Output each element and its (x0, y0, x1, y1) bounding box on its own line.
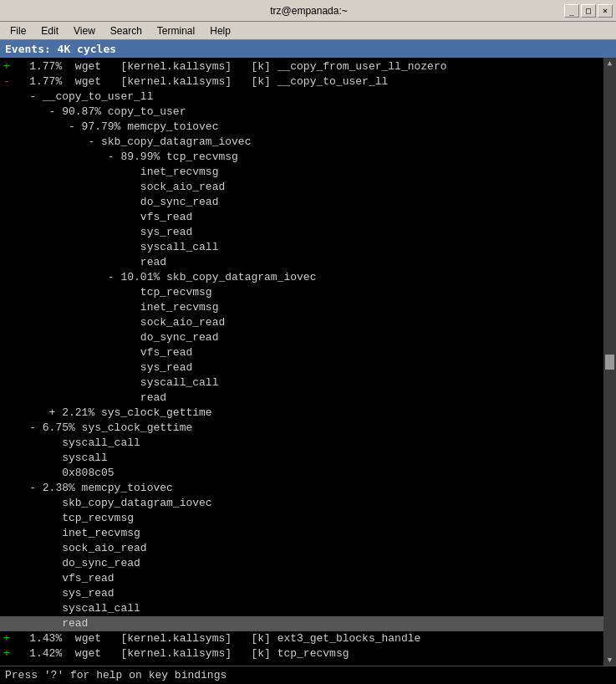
line-item: - 1.77% wget [kernel.kallsyms] [k] __cop… (0, 74, 603, 89)
menu-item-edit[interactable]: Edit (34, 23, 65, 38)
line-item: do_sync_read (0, 195, 603, 210)
line-item: sys_read (0, 225, 603, 240)
line-item: vfs_read (0, 345, 603, 360)
line-item: - 90.87% copy_to_user (0, 105, 603, 120)
scrollbar[interactable]: ▲ ▼ (603, 58, 616, 666)
line-item: - 10.01% skb_copy_datagram_iovec (0, 270, 603, 285)
line-item: inet_recvmsg (0, 526, 603, 541)
line-item: - 2.38% memcpy_toiovec (0, 481, 603, 496)
line-item: inet_recvmsg (0, 300, 603, 315)
line-item: sys_read (0, 360, 603, 375)
line-item: inet_recvmsg (0, 165, 603, 180)
line-item: skb_copy_datagram_iovec (0, 496, 603, 511)
line-item: + 1.42% wget [kernel.kallsyms] [k] tcp_r… (0, 646, 603, 661)
events-header: Events: 4K cycles (0, 40, 616, 58)
line-item: syscall_call (0, 601, 603, 616)
line-item: - __copy_to_user_ll (0, 89, 603, 105)
menu-bar: FileEditViewSearchTerminalHelp (0, 22, 616, 40)
line-item: + 1.77% wget [kernel.kallsyms] [k] __cop… (0, 59, 603, 74)
line-item: sys_read (0, 586, 603, 601)
line-item: syscall_call (0, 436, 603, 451)
line-item: - skb_copy_datagram_iovec (0, 135, 603, 150)
line-item: sock_aio_read (0, 541, 603, 556)
line-item: + 1.43% wget [kernel.kallsyms] [k] ext3_… (0, 631, 603, 646)
line-item: vfs_read (0, 571, 603, 586)
window-title: trz@empanada:~ (53, 5, 564, 17)
minimize-button[interactable]: _ (564, 4, 579, 18)
line-item: read (0, 390, 603, 406)
line-item: sock_aio_read (0, 180, 603, 195)
line-item: vfs_read (0, 210, 603, 225)
line-item: sock_aio_read (0, 315, 603, 330)
line-item: read (0, 255, 603, 270)
menu-item-view[interactable]: View (67, 23, 102, 38)
terminal-window: trz@empanada:~ _ □ ✕ FileEditViewSearchT… (0, 0, 616, 684)
line-item: 0x808c05 (0, 466, 603, 481)
line-item: tcp_recvmsg (0, 511, 603, 526)
title-bar: trz@empanada:~ _ □ ✕ (0, 0, 616, 22)
content-area: + 1.77% wget [kernel.kallsyms] [k] __cop… (0, 58, 616, 666)
line-item: - 6.75% sys_clock_gettime (0, 421, 603, 436)
line-item: syscall (0, 451, 603, 466)
line-item: syscall_call (0, 240, 603, 255)
close-button[interactable]: ✕ (598, 4, 613, 18)
line-item: do_sync_read (0, 330, 603, 345)
window-controls: _ □ ✕ (564, 4, 613, 18)
line-item: - 89.99% tcp_recvmsg (0, 150, 603, 165)
maximize-button[interactable]: □ (581, 4, 596, 18)
menu-item-terminal[interactable]: Terminal (150, 23, 201, 38)
status-text: Press '?' for help on key bindings (5, 669, 227, 681)
line-item: syscall_call (0, 375, 603, 390)
line-item: - 97.79% memcpy_toiovec (0, 120, 603, 135)
line-item: tcp_recvmsg (0, 285, 603, 300)
line-item: do_sync_read (0, 556, 603, 571)
menu-item-search[interactable]: Search (104, 23, 149, 38)
line-item: read (0, 616, 603, 631)
line-item: + 2.21% sys_clock_gettime (0, 406, 603, 421)
main-content: + 1.77% wget [kernel.kallsyms] [k] __cop… (0, 58, 603, 666)
menu-item-file[interactable]: File (3, 23, 33, 38)
status-bar: Press '?' for help on key bindings (0, 666, 616, 684)
menu-item-help[interactable]: Help (203, 23, 237, 38)
